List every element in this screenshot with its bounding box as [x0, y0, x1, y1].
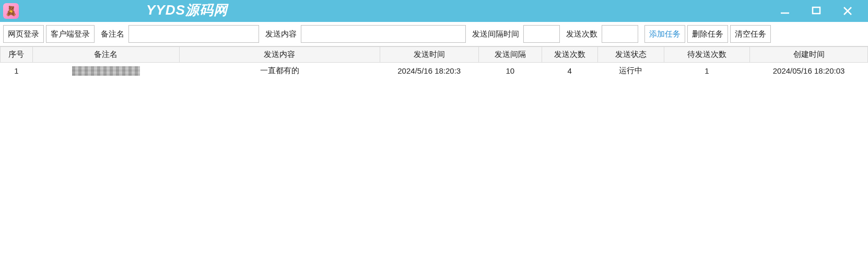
cell-sendtime: 2024/5/16 18:20:3	[380, 63, 478, 79]
interval-input[interactable]	[523, 25, 560, 43]
cell-status: 运行中	[597, 63, 664, 79]
clear-task-button[interactable]: 清空任务	[730, 25, 771, 43]
watermark-text: YYDS源码网	[146, 1, 228, 19]
content-input[interactable]	[301, 25, 466, 43]
table-row[interactable]: 1 一直都有的 2024/5/16 18:20:3 10 4 运行中 1 202…	[1, 63, 868, 79]
col-header-pending[interactable]: 待发送次数	[664, 47, 749, 63]
col-header-created[interactable]: 创建时间	[750, 47, 868, 63]
cell-note	[32, 63, 179, 79]
cell-count: 4	[542, 63, 597, 79]
label-content: 发送内容	[261, 25, 299, 43]
cell-created: 2024/05/16 18:20:03	[750, 63, 868, 79]
add-task-button[interactable]: 添加任务	[644, 25, 685, 43]
label-note: 备注名	[97, 25, 126, 43]
close-icon[interactable]	[840, 6, 855, 16]
col-header-note[interactable]: 备注名	[32, 47, 179, 63]
col-header-content[interactable]: 发送内容	[179, 47, 380, 63]
titlebar: 🧸 YYDS源码网	[0, 0, 868, 22]
col-header-count[interactable]: 发送次数	[542, 47, 597, 63]
table-header-row: 序号 备注名 发送内容 发送时间 发送间隔 发送次数 发送状态 待发送次数 创建…	[1, 47, 868, 63]
col-header-sendtime[interactable]: 发送时间	[380, 47, 478, 63]
cell-seq: 1	[1, 63, 33, 79]
toolbar: 网页登录 客户端登录 备注名 发送内容 发送间隔时间 发送次数 添加任务 删除任…	[0, 22, 868, 46]
col-header-interval[interactable]: 发送间隔	[478, 47, 542, 63]
window-controls	[777, 6, 866, 16]
label-count: 发送次数	[562, 25, 600, 43]
svg-rect-1	[813, 7, 820, 14]
task-table-wrap: 序号 备注名 发送内容 发送时间 发送间隔 发送次数 发送状态 待发送次数 创建…	[0, 46, 868, 79]
count-input[interactable]	[602, 25, 638, 43]
col-header-status[interactable]: 发送状态	[597, 47, 664, 63]
maximize-icon[interactable]	[808, 6, 824, 16]
titlebar-left: 🧸	[3, 3, 19, 19]
cell-interval: 10	[478, 63, 542, 79]
col-header-seq[interactable]: 序号	[1, 47, 33, 63]
client-login-button[interactable]: 客户端登录	[46, 25, 95, 43]
web-login-button[interactable]: 网页登录	[3, 25, 44, 43]
task-table: 序号 备注名 发送内容 发送时间 发送间隔 发送次数 发送状态 待发送次数 创建…	[0, 46, 868, 79]
app-icon: 🧸	[3, 3, 19, 19]
pixelated-note	[72, 66, 140, 76]
minimize-icon[interactable]	[777, 6, 793, 16]
delete-task-button[interactable]: 删除任务	[687, 25, 728, 43]
label-interval: 发送间隔时间	[468, 25, 521, 43]
cell-pending: 1	[664, 63, 749, 79]
cell-content: 一直都有的	[179, 63, 380, 79]
note-input[interactable]	[128, 25, 259, 43]
